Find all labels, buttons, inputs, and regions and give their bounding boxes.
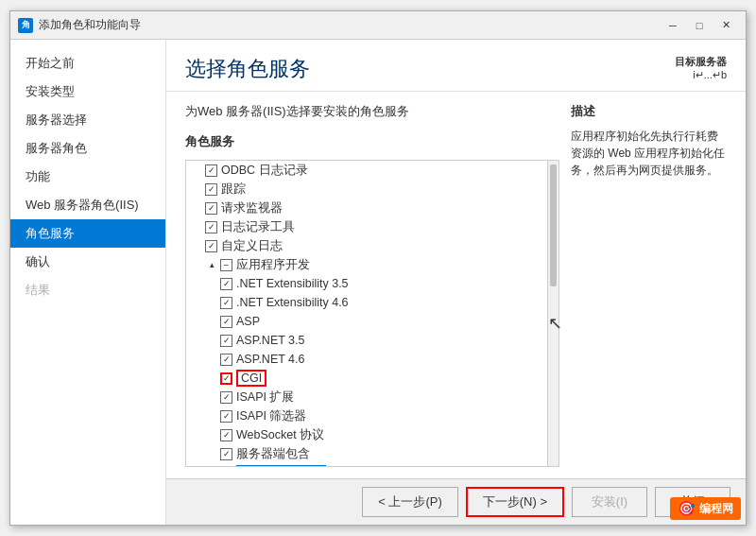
checkbox-odbc[interactable] xyxy=(205,164,217,177)
tree-item-net35[interactable]: .NET Extensibility 3.5 xyxy=(186,274,547,293)
sidebar-item-result: 结果 xyxy=(10,276,165,304)
titlebar: 角 添加角色和功能向导 ─ □ ✕ xyxy=(10,11,746,40)
sidebar: 开始之前 安装类型 服务器选择 服务器角色 功能 Web 服务器角色(IIS) … xyxy=(10,40,166,525)
window-title: 添加角色和功能向导 xyxy=(39,17,655,33)
vertical-scrollbar[interactable] xyxy=(547,161,558,466)
page-body: 为Web 服务器(IIS)选择要安装的角色服务 角色服务 ODBC 日志记录 xyxy=(166,92,746,478)
sidebar-item-features[interactable]: 功能 xyxy=(10,163,165,191)
tree-item-websocket[interactable]: WebSocket 协议 xyxy=(186,425,547,444)
checkbox-isapi-filter[interactable] xyxy=(220,410,232,423)
tree-item-asp[interactable]: ASP xyxy=(186,312,547,331)
checkbox-websocket[interactable] xyxy=(220,429,232,441)
next-button[interactable]: 下一步(N) > xyxy=(466,487,564,517)
sidebar-item-confirm[interactable]: 确认 xyxy=(10,248,165,276)
tree-item-aspnet35[interactable]: ASP.NET 3.5 xyxy=(186,331,547,350)
checkbox-aspnet46[interactable] xyxy=(220,354,232,366)
window-controls: ─ □ ✕ xyxy=(661,17,738,34)
back-button[interactable]: < 上一步(P) xyxy=(362,487,458,517)
watermark: 🎯 编程网 xyxy=(670,497,741,520)
main-content: 选择角色服务 目标服务器 i↵...↵b 为Web 服务器(IIS)选择要安装的… xyxy=(166,40,746,525)
checkbox-log-tools[interactable] xyxy=(205,221,217,233)
content-area: 开始之前 安装类型 服务器选择 服务器角色 功能 Web 服务器角色(IIS) … xyxy=(10,40,746,525)
tree-item-log-tools[interactable]: 日志记录工具 xyxy=(186,217,547,236)
sidebar-item-before[interactable]: 开始之前 xyxy=(10,49,165,78)
checkbox-aspnet35[interactable] xyxy=(220,335,232,347)
scrollbar-thumb[interactable] xyxy=(550,164,557,286)
footer: < 上一步(P) 下一步(N) > 安装(I) 关闭 xyxy=(166,478,746,525)
sidebar-item-role-services[interactable]: 角色服务 xyxy=(10,219,165,248)
section-description: 为Web 服务器(IIS)选择要安装的角色服务 xyxy=(185,103,559,120)
tree-item-custom-log[interactable]: 自定义日志 xyxy=(186,236,547,255)
maximize-button[interactable]: □ xyxy=(687,17,712,34)
tree-item-trace[interactable]: 跟踪 xyxy=(186,180,547,199)
tree-item-aspnet46[interactable]: ASP.NET 4.6 xyxy=(186,350,547,369)
sidebar-item-server-role[interactable]: 服务器角色 xyxy=(10,134,165,163)
tree-item-req-monitor[interactable]: 请求监视器 xyxy=(186,199,547,217)
tree-container[interactable]: ODBC 日志记录 跟踪 请求监视器 xyxy=(186,161,547,466)
sidebar-item-server-select[interactable]: 服务器选择 xyxy=(10,106,165,134)
tree-item-cgi[interactable]: CGI xyxy=(186,369,547,388)
tree-item-server-side[interactable]: 服务器端包含 xyxy=(186,444,547,463)
checkbox-net46[interactable] xyxy=(220,297,232,309)
page-title: 选择角色服务 xyxy=(185,55,310,83)
tree-item-isapi-filter[interactable]: ISAPI 筛选器 xyxy=(186,406,547,425)
page-header: 选择角色服务 目标服务器 i↵...↵b xyxy=(166,40,746,92)
install-button[interactable]: 安装(I) xyxy=(572,487,647,517)
checkbox-trace[interactable] xyxy=(205,183,217,196)
sidebar-item-install-type[interactable]: 安装类型 xyxy=(10,78,165,106)
expand-arrow-app-dev[interactable]: ▴ xyxy=(205,258,218,271)
minimize-button[interactable]: ─ xyxy=(661,17,685,34)
checkbox-net35[interactable] xyxy=(220,278,232,290)
target-server-info: 目标服务器 i↵...↵b xyxy=(675,55,727,81)
left-panel: 为Web 服务器(IIS)选择要安装的角色服务 角色服务 ODBC 日志记录 xyxy=(185,103,559,467)
checkbox-cgi[interactable] xyxy=(220,372,232,385)
main-window: 角 添加角色和功能向导 ─ □ ✕ 开始之前 安装类型 服务器选择 服务器角色 … xyxy=(9,10,747,526)
checkbox-asp[interactable] xyxy=(220,316,232,328)
tree-item-app-init[interactable]: 应用程序初始化 xyxy=(186,463,547,466)
desc-header: 描述 xyxy=(571,103,727,120)
tree-scroll-wrapper: ODBC 日志记录 跟踪 请求监视器 xyxy=(185,160,559,467)
sidebar-item-web-server-role[interactable]: Web 服务器角色(IIS) xyxy=(10,191,165,219)
checkbox-isapi-ext[interactable] xyxy=(220,391,232,404)
column-header-services: 角色服务 xyxy=(185,131,559,152)
tree-item-net46[interactable]: .NET Extensibility 4.6 xyxy=(186,293,547,312)
checkbox-app-dev[interactable] xyxy=(220,259,232,271)
checkbox-req-monitor[interactable] xyxy=(205,202,217,215)
desc-content: 应用程序初始化先执行行耗费资源的 Web 应用程序初始化任务，然后再为网页提供服… xyxy=(571,128,727,179)
checkbox-server-side[interactable] xyxy=(220,448,232,460)
window-icon: 角 xyxy=(18,18,33,33)
right-panel: 描述 应用程序初始化先执行行耗费资源的 Web 应用程序初始化任务，然后再为网页… xyxy=(571,103,727,467)
checkbox-custom-log[interactable] xyxy=(205,240,217,252)
close-button[interactable]: ✕ xyxy=(713,17,738,34)
tree-item-odbc[interactable]: ODBC 日志记录 xyxy=(186,161,547,180)
tree-item-isapi-ext[interactable]: ISAPI 扩展 xyxy=(186,388,547,406)
tree-item-app-dev[interactable]: ▴ 应用程序开发 xyxy=(186,255,547,274)
